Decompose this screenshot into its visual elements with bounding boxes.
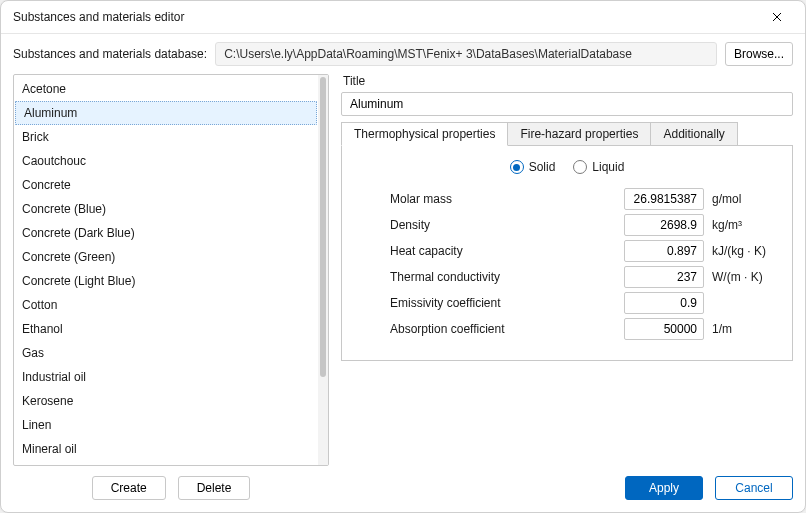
materials-list[interactable]: AcetoneAluminumBrickCaoutchoucConcreteCo…: [14, 75, 318, 465]
title-label: Title: [343, 74, 793, 88]
property-unit: g/mol: [712, 192, 774, 206]
property-row: Emissivity coefficient: [360, 290, 774, 316]
close-icon: [772, 12, 782, 22]
property-label: Molar mass: [360, 192, 624, 206]
list-scrollbar[interactable]: [318, 75, 328, 465]
apply-button[interactable]: Apply: [625, 476, 703, 500]
tab-additionally[interactable]: Additionally: [650, 122, 737, 146]
property-unit: W/(m · K): [712, 270, 774, 284]
list-item[interactable]: Caoutchouc: [14, 149, 318, 173]
list-item[interactable]: Concrete (Dark Blue): [14, 221, 318, 245]
property-input[interactable]: [624, 240, 704, 262]
editor-window: Substances and materials editor Substanc…: [0, 0, 806, 513]
property-input[interactable]: [624, 188, 704, 210]
database-path-field[interactable]: C:\Users\e.ly\AppData\Roaming\MST\Fenix+…: [215, 42, 717, 66]
database-row: Substances and materials database: C:\Us…: [1, 34, 805, 74]
tab-thermophysical[interactable]: Thermophysical properties: [341, 122, 508, 146]
property-row: Thermal conductivityW/(m · K): [360, 264, 774, 290]
property-label: Heat capacity: [360, 244, 624, 258]
property-label: Absorption coefficient: [360, 322, 624, 336]
list-item[interactable]: Concrete (Light Blue): [14, 269, 318, 293]
property-row: Molar massg/mol: [360, 186, 774, 212]
list-buttons: Create Delete: [13, 476, 329, 500]
properties-list: Molar massg/molDensitykg/m³Heat capacity…: [360, 186, 774, 342]
title-input[interactable]: [341, 92, 793, 116]
radio-liquid[interactable]: Liquid: [573, 160, 624, 174]
list-item[interactable]: Acetone: [14, 77, 318, 101]
list-item[interactable]: Mineral oil: [14, 437, 318, 461]
titlebar: Substances and materials editor: [1, 1, 805, 34]
list-item[interactable]: Concrete (Blue): [14, 197, 318, 221]
database-path-text: C:\Users\e.ly\AppData\Roaming\MST\Fenix+…: [224, 47, 632, 61]
property-row: Heat capacitykJ/(kg · K): [360, 238, 774, 264]
left-column: AcetoneAluminumBrickCaoutchoucConcreteCo…: [13, 74, 329, 500]
property-label: Thermal conductivity: [360, 270, 624, 284]
radio-icon: [510, 160, 524, 174]
right-column: Title Thermophysical properties Fire-haz…: [341, 74, 793, 500]
window-title: Substances and materials editor: [13, 10, 757, 24]
dialog-footer: Apply Cancel: [341, 464, 793, 500]
list-item[interactable]: Concrete (Green): [14, 245, 318, 269]
body: AcetoneAluminumBrickCaoutchoucConcreteCo…: [1, 74, 805, 512]
property-label: Emissivity coefficient: [360, 296, 624, 310]
list-item[interactable]: Aluminum: [15, 101, 317, 125]
list-item[interactable]: Ethanol: [14, 317, 318, 341]
radio-solid[interactable]: Solid: [510, 160, 556, 174]
property-input[interactable]: [624, 292, 704, 314]
property-row: Densitykg/m³: [360, 212, 774, 238]
list-scrollthumb[interactable]: [320, 77, 326, 377]
list-item[interactable]: Brick: [14, 125, 318, 149]
close-button[interactable]: [757, 3, 797, 31]
cancel-button[interactable]: Cancel: [715, 476, 793, 500]
list-item[interactable]: Gas: [14, 341, 318, 365]
property-label: Density: [360, 218, 624, 232]
radio-icon: [573, 160, 587, 174]
delete-button[interactable]: Delete: [178, 476, 251, 500]
list-item[interactable]: Kerosene: [14, 389, 318, 413]
property-unit: kg/m³: [712, 218, 774, 232]
tab-content: Solid Liquid Molar massg/molDensitykg/m³…: [341, 145, 793, 361]
phase-row: Solid Liquid: [360, 160, 774, 174]
radio-liquid-label: Liquid: [592, 160, 624, 174]
property-row: Absorption coefficient1/m: [360, 316, 774, 342]
property-unit: 1/m: [712, 322, 774, 336]
radio-solid-label: Solid: [529, 160, 556, 174]
list-item[interactable]: Industrial oil: [14, 365, 318, 389]
tabs: Thermophysical properties Fire-hazard pr…: [341, 122, 793, 146]
materials-listbox: AcetoneAluminumBrickCaoutchoucConcreteCo…: [13, 74, 329, 466]
database-label: Substances and materials database:: [13, 47, 207, 61]
list-item[interactable]: Concrete: [14, 173, 318, 197]
tab-fire-hazard[interactable]: Fire-hazard properties: [507, 122, 651, 146]
browse-button[interactable]: Browse...: [725, 42, 793, 66]
property-input[interactable]: [624, 318, 704, 340]
list-item[interactable]: Linen: [14, 413, 318, 437]
create-button[interactable]: Create: [92, 476, 166, 500]
property-input[interactable]: [624, 266, 704, 288]
property-unit: kJ/(kg · K): [712, 244, 774, 258]
property-input[interactable]: [624, 214, 704, 236]
list-item[interactable]: Cotton: [14, 293, 318, 317]
